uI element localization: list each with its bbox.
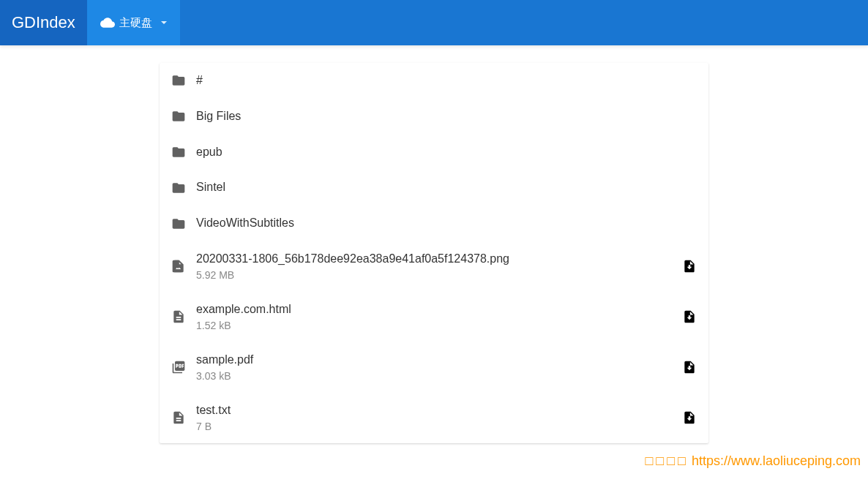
drive-label: 主硬盘 [119,16,152,30]
folder-icon [171,216,186,231]
image-file-icon [171,259,186,274]
document-file-icon [171,410,186,425]
folder-icon [171,73,186,88]
item-name: VideoWithSubtitles [196,216,697,231]
watermark-text: https://www.laoliuceping.com [692,453,861,469]
item-name: # [196,73,697,89]
watermark: □□□□ https://www.laoliuceping.com [645,453,861,469]
file-item[interactable]: sample.pdf 3.03 kB [160,342,708,393]
folder-icon [171,109,186,124]
cloud-icon [100,15,115,30]
folder-item[interactable]: VideoWithSubtitles [160,206,708,241]
folder-item[interactable]: Sintel [160,170,708,206]
drive-selector-dropdown[interactable]: 主硬盘 [87,0,180,45]
item-name: example.com.html [196,302,673,317]
download-icon[interactable] [682,309,697,325]
folder-item[interactable]: Big Files [160,99,708,135]
pdf-file-icon [171,360,186,374]
download-icon[interactable] [682,410,697,426]
item-size: 7 B [196,420,673,433]
folder-item[interactable]: epub [160,135,708,170]
brand-title[interactable]: GDIndex [0,0,87,45]
item-name: Big Files [196,109,697,124]
document-file-icon [171,309,186,324]
file-item[interactable]: test.txt 7 B [160,393,708,443]
item-name: sample.pdf [196,353,673,368]
file-item[interactable]: 20200331-1806_56b178dee92ea38a9e41af0a5f… [160,241,708,292]
item-name: Sintel [196,180,697,195]
file-item[interactable]: example.com.html 1.52 kB [160,292,708,342]
item-size: 1.52 kB [196,319,673,332]
watermark-prefix: □□□□ [645,453,689,469]
download-icon[interactable] [682,359,697,375]
caret-down-icon [161,21,167,24]
item-size: 3.03 kB [196,369,673,383]
item-name: epub [196,145,697,160]
top-bar: GDIndex 主硬盘 [0,0,868,45]
folder-icon [171,181,186,195]
main-container: # Big Files epub Sintel VideoWithSubtitl… [0,45,868,443]
folder-icon [171,145,186,159]
item-name: 20200331-1806_56b178dee92ea38a9e41af0a5f… [196,252,673,267]
folder-item[interactable]: # [160,63,708,99]
file-list: # Big Files epub Sintel VideoWithSubtitl… [160,63,708,443]
item-name: test.txt [196,403,673,418]
item-size: 5.92 MB [196,268,673,282]
download-icon[interactable] [682,258,697,274]
